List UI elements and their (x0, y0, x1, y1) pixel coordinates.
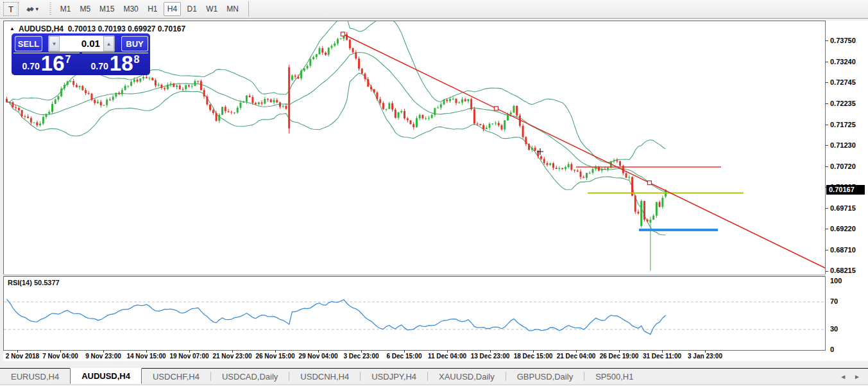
volume-increase-button[interactable]: ▲ (103, 36, 114, 51)
price-axis-label: 0.68215 (830, 267, 856, 274)
price-tick (826, 82, 828, 83)
rsi-chart[interactable] (4, 277, 825, 350)
rsi-indicator-pane[interactable]: RSI(14) 50.5377 (3, 276, 826, 351)
timeframe-button-d1[interactable]: D1 (183, 2, 200, 16)
time-axis-label: 6 Dec 15:00 (386, 353, 421, 360)
top-toolbar: T ◆◆ ▼ M1M5M15M30H1H4D1W1MN (0, 0, 868, 19)
time-axis-label: 18 Dec 15:00 (514, 353, 553, 360)
time-axis-label: 3 Dec 23:00 (343, 353, 379, 360)
chart-tab-sp500[interactable]: SP500,H1 (584, 369, 644, 384)
price-axis-label: 0.72235 (830, 100, 856, 107)
buy-button[interactable]: BUY (121, 36, 148, 51)
time-axis-label: 7 Nov 04:00 (42, 353, 78, 360)
price-axis-label: 0.69715 (830, 204, 856, 212)
chart-tab-bar: EURUSD,H4AUDUSD,H4USDCHF,H4USDCAD,DailyU… (0, 368, 868, 384)
sell-price-display[interactable]: 0.70 16 7 (13, 53, 80, 75)
time-axis[interactable]: 2 Nov 20187 Nov 04:009 Nov 23:0014 Nov 1… (3, 351, 826, 361)
time-axis-label: 19 Nov 07:00 (169, 353, 208, 360)
buy-price-point: 8 (134, 54, 140, 66)
price-chart-pane[interactable]: ▲ AUDUSD,H4 0.70013 0.70193 0.69927 0.70… (3, 21, 826, 275)
chart-tab-usdcad[interactable]: USDCAD,Daily (211, 369, 289, 384)
price-tick (826, 103, 828, 104)
price-axis[interactable]: 0.737500.732400.727450.722350.717250.712… (826, 21, 868, 361)
time-axis-label: 14 Nov 15:00 (126, 353, 166, 360)
sell-price-point: 7 (65, 54, 71, 66)
sell-price-pips: 16 (41, 54, 65, 73)
time-axis-label: 31 Dec 11:00 (643, 353, 681, 360)
chevron-down-icon: ▼ (35, 6, 40, 12)
diamond-markers-icon: ◆◆ (26, 5, 33, 12)
timeframe-button-h1[interactable]: H1 (144, 2, 161, 16)
chart-tab-usdchf[interactable]: USDCHF,H4 (142, 369, 210, 384)
timeframe-button-group: M1M5M15M30H1H4D1W1MN (56, 2, 243, 16)
timeframe-button-m5[interactable]: M5 (76, 2, 94, 16)
chart-tab-usdcnh[interactable]: USDCNH,H4 (289, 369, 360, 384)
time-axis-label: 2 Nov 2018 (6, 353, 39, 360)
sell-price-prefix: 0.70 (22, 61, 40, 71)
sell-button[interactable]: SELL (15, 36, 42, 51)
time-axis-label: 13 Dec 23:00 (471, 353, 510, 360)
volume-input[interactable]: 0.01 (60, 36, 103, 51)
symbol-ohlc-readout: AUDUSD,H4 0.70013 0.70193 0.69927 0.7016… (19, 24, 185, 33)
rsi-axis-label: 30 (830, 325, 838, 333)
price-tick (826, 40, 828, 41)
tab-scroll-arrows: ◄► (840, 369, 868, 384)
price-axis-label: 0.72745 (830, 78, 856, 86)
one-click-trading-widget: SELL ▼ 0.01 ▲ BUY 0.70 16 7 0.70 18 8 (12, 33, 150, 75)
rsi-value-readout: RSI(14) 50.5377 (8, 279, 60, 286)
tab-scroll-right-icon[interactable]: ► (854, 373, 860, 380)
price-axis-label: 0.68710 (830, 246, 856, 254)
chart-tab-usdjpy[interactable]: USDJPY,H4 (361, 369, 427, 384)
rsi-axis-label: 70 (830, 297, 838, 305)
time-axis-label: 26 Dec 19:00 (600, 353, 639, 360)
rsi-axis-label: 100 (830, 277, 842, 285)
chart-tab-audusd[interactable]: AUDUSD,H4 (70, 368, 142, 384)
price-axis-label: 0.70720 (830, 162, 856, 170)
buy-price-prefix: 0.70 (91, 61, 108, 71)
timeframe-button-h4[interactable]: H4 (164, 2, 181, 16)
time-axis-label: 3 Jan 23:00 (688, 353, 722, 360)
text-tool-icon[interactable]: T (3, 2, 19, 16)
time-axis-label: 29 Nov 04:00 (298, 353, 337, 360)
buy-price-display[interactable]: 0.70 18 8 (82, 53, 148, 75)
price-tick (826, 145, 828, 146)
time-axis-label: 11 Dec 04:00 (428, 353, 466, 360)
time-axis-label: 26 Nov 15:00 (255, 353, 294, 360)
toolbar-divider (248, 1, 249, 17)
current-price-tag: 0.70167 (826, 185, 865, 195)
price-tick (826, 166, 828, 167)
timeframe-button-m1[interactable]: M1 (57, 2, 74, 16)
timeframe-button-w1[interactable]: W1 (203, 2, 221, 16)
price-tick (826, 250, 828, 250)
arrow-marker-tool-button[interactable]: ◆◆ ▼ (24, 2, 42, 16)
rsi-axis-label: 0 (830, 346, 834, 353)
price-tick (826, 271, 828, 272)
time-axis-label: 9 Nov 23:00 (85, 353, 121, 360)
volume-stepper: ▼ 0.01 ▲ (48, 35, 115, 52)
price-axis-label: 0.73750 (830, 37, 856, 44)
time-axis-label: 21 Nov 23:00 (212, 353, 251, 360)
chart-tab-xauusd[interactable]: XAUUSD,Daily (428, 369, 506, 384)
buy-price-pips: 18 (110, 54, 133, 73)
timeframe-button-m30[interactable]: M30 (120, 2, 141, 16)
price-axis-label: 0.73240 (830, 58, 856, 66)
price-axis-label: 0.69220 (830, 225, 856, 232)
tab-scroll-left-icon[interactable]: ◄ (840, 373, 846, 380)
timeframe-button-m15[interactable]: M15 (96, 2, 117, 16)
timeframe-button-mn[interactable]: MN (223, 2, 242, 16)
toolbar-drag-handle[interactable] (49, 3, 52, 15)
price-tick (826, 229, 828, 229)
chart-tab-gbpusd[interactable]: GBPUSD,Daily (506, 369, 584, 384)
price-axis-label: 0.71725 (830, 121, 856, 128)
volume-decrease-button[interactable]: ▼ (49, 36, 60, 51)
chart-tab-eurusd[interactable]: EURUSD,H4 (0, 369, 70, 384)
price-axis-label: 0.71230 (830, 141, 856, 149)
price-tick (826, 208, 828, 209)
one-click-collapse-icon[interactable]: ▲ (10, 26, 15, 31)
price-tick (826, 62, 828, 62)
time-axis-label: 21 Dec 04:00 (557, 353, 596, 360)
price-tick (826, 125, 828, 125)
